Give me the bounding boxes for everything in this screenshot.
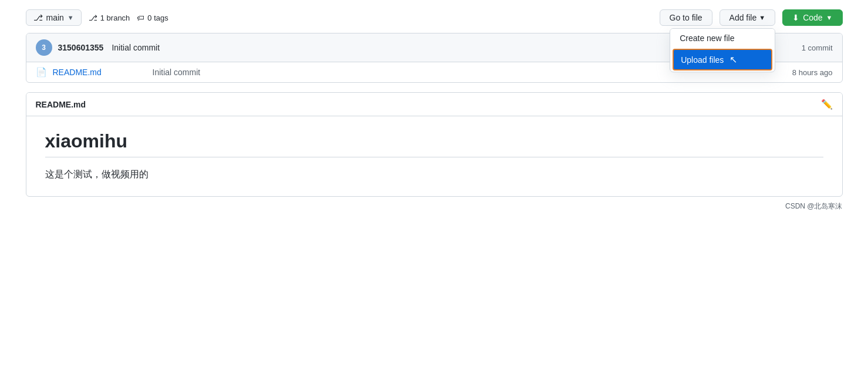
readme-title: README.md bbox=[36, 100, 86, 109]
tags-count-badge[interactable]: 🏷 0 tags bbox=[137, 14, 168, 22]
add-file-dropdown-menu: Create new file Upload files ↖ bbox=[670, 28, 775, 72]
file-time: 8 hours ago bbox=[792, 68, 833, 77]
readme-body: xiaomihu 这是个测试，做视频用的 bbox=[26, 116, 842, 196]
chevron-down-icon: ▼ bbox=[67, 14, 74, 21]
commit-message: Initial commit bbox=[112, 43, 160, 52]
code-icon: ⬇ bbox=[792, 13, 799, 22]
readme-text: 这是个测试，做视频用的 bbox=[45, 167, 823, 182]
tag-icon: 🏷 bbox=[137, 14, 144, 22]
add-file-dropdown-wrapper: Add file ▼ Create new file Upload files … bbox=[720, 9, 776, 26]
upload-files-label: Upload files bbox=[681, 55, 724, 65]
tags-count-label: 0 tags bbox=[147, 14, 168, 22]
commit-author[interactable]: 3150601355 bbox=[58, 43, 104, 52]
commit-count[interactable]: 1 commit bbox=[802, 43, 833, 52]
upload-files-item[interactable]: Upload files ↖ bbox=[673, 49, 772, 70]
branch-count-icon: ⎇ bbox=[89, 14, 97, 22]
chevron-down-icon: ▼ bbox=[759, 14, 765, 21]
branch-label: main bbox=[46, 13, 64, 22]
edit-icon[interactable]: ✏️ bbox=[821, 99, 833, 110]
branch-selector[interactable]: ⎇ main ▼ bbox=[26, 9, 82, 26]
branch-count-badge[interactable]: ⎇ 1 branch bbox=[89, 14, 130, 22]
code-button[interactable]: ⬇ Code ▼ bbox=[782, 9, 842, 26]
readme-heading: xiaomihu bbox=[45, 130, 823, 157]
avatar: 3 bbox=[36, 39, 52, 56]
readme-section: README.md ✏️ xiaomihu 这是个测试，做视频用的 bbox=[26, 92, 843, 197]
branch-icon: ⎇ bbox=[33, 13, 43, 22]
add-file-label: Add file bbox=[729, 13, 757, 22]
add-file-button[interactable]: Add file ▼ bbox=[720, 9, 776, 26]
go-to-file-button[interactable]: Go to file bbox=[660, 9, 712, 26]
footer-text: CSDN @北岛寒沫 bbox=[785, 202, 843, 210]
cursor-icon: ↖ bbox=[729, 54, 737, 65]
code-chevron-icon: ▼ bbox=[826, 14, 833, 21]
toolbar: ⎇ main ▼ ⎇ 1 branch 🏷 0 tags Go to file … bbox=[26, 9, 843, 26]
file-icon: 📄 bbox=[36, 67, 47, 78]
branch-count-label: 1 branch bbox=[100, 14, 130, 22]
file-name-link[interactable]: README.md bbox=[53, 68, 147, 77]
create-new-file-item[interactable]: Create new file bbox=[670, 29, 775, 48]
page-footer: CSDN @北岛寒沫 bbox=[26, 201, 843, 211]
readme-header: README.md ✏️ bbox=[26, 93, 842, 116]
